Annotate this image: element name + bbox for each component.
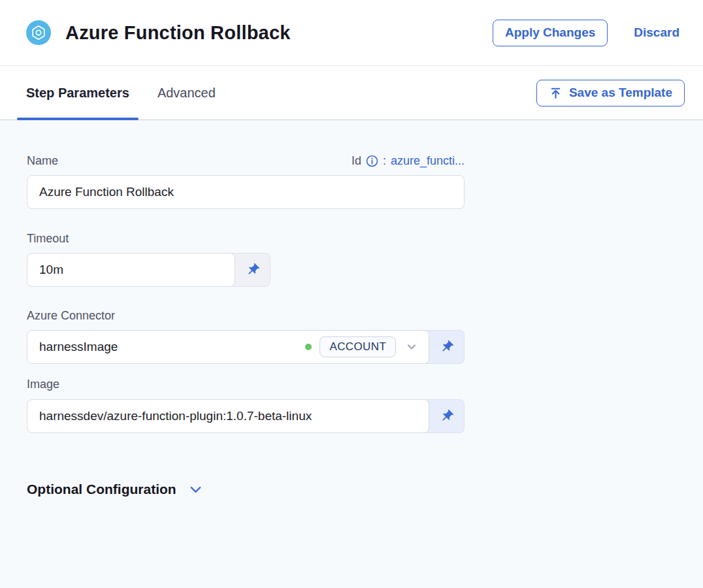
apply-changes-label: Apply Changes: [505, 25, 595, 40]
step-id-value[interactable]: azure_functi...: [391, 154, 465, 168]
info-icon[interactable]: [366, 155, 378, 167]
chevron-down-icon: [188, 482, 203, 497]
connector-scope-badge: ACCOUNT: [319, 336, 396, 357]
step-id-line: Id : azure_functi...: [352, 154, 465, 168]
pin-icon: [436, 406, 457, 426]
tab-advanced-label: Advanced: [157, 86, 216, 101]
connector-status-dot: [305, 344, 312, 350]
pin-icon: [436, 336, 457, 357]
timeout-label: Timeout: [27, 232, 69, 246]
discard-label: Discard: [634, 25, 679, 39]
optional-configuration-title: Optional Configuration: [27, 482, 176, 497]
id-label: Id: [352, 154, 361, 168]
pin-icon: [242, 259, 263, 280]
step-parameters-form: Name Id : azure_functi...: [0, 120, 703, 588]
tabbar-spacer: [225, 66, 536, 120]
id-separator: :: [383, 154, 386, 168]
optional-configuration-toggle[interactable]: Optional Configuration: [27, 482, 203, 497]
apply-changes-button[interactable]: Apply Changes: [493, 20, 608, 46]
azure-connector-label: Azure Connector: [27, 309, 115, 323]
step-config-panel: Azure Function Rollback Apply Changes Di…: [0, 0, 703, 588]
timeout-input[interactable]: [27, 253, 235, 287]
save-as-template-label: Save as Template: [569, 86, 672, 100]
save-as-template-button[interactable]: Save as Template: [536, 80, 685, 106]
azure-connector-value: harnessImage: [39, 340, 305, 354]
name-label: Name: [27, 154, 58, 168]
tab-step-parameters[interactable]: Step Parameters: [17, 66, 139, 120]
chevron-down-icon[interactable]: [404, 339, 419, 355]
hexagon-plugin-icon: [30, 24, 47, 41]
tab-advanced[interactable]: Advanced: [148, 66, 225, 120]
image-label: Image: [27, 378, 59, 391]
tab-bar: Step Parameters Advanced Save as Templat…: [0, 65, 703, 120]
azure-function-step-icon: [26, 20, 51, 45]
upload-icon: [549, 86, 563, 100]
discard-button[interactable]: Discard: [634, 25, 679, 40]
azure-connector-select[interactable]: harnessImage ACCOUNT: [27, 330, 429, 364]
image-input[interactable]: [27, 399, 429, 433]
page-title: Azure Function Rollback: [65, 22, 493, 44]
name-input[interactable]: [27, 175, 465, 209]
tab-step-parameters-label: Step Parameters: [26, 86, 129, 101]
header: Azure Function Rollback Apply Changes Di…: [0, 0, 703, 65]
